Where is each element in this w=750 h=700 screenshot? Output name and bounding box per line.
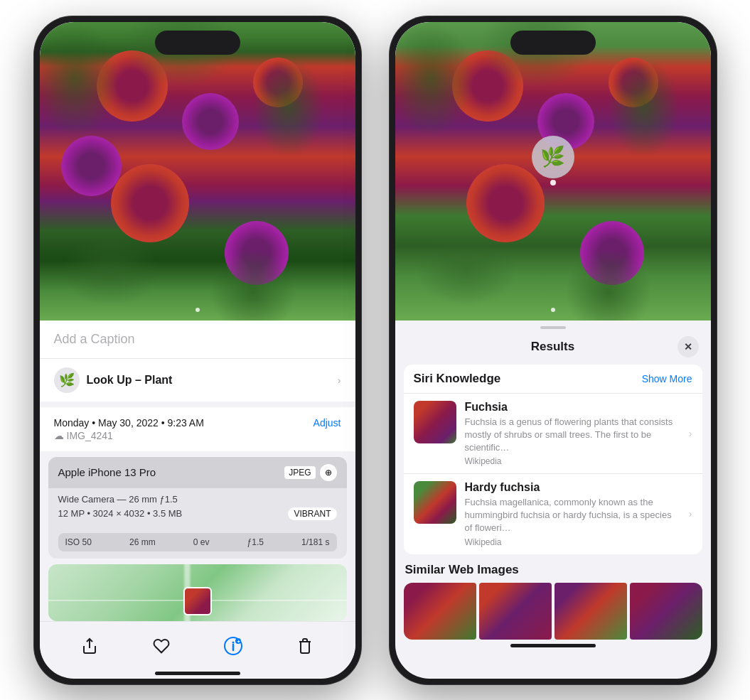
exif-row: ISO 50 26 mm 0 ev ƒ1.5 1/181 s	[58, 533, 337, 551]
exif-iso: ISO 50	[65, 537, 92, 547]
lookup-icon: 🌿	[54, 367, 80, 393]
home-indicator-left	[155, 672, 240, 675]
visual-search-dot	[550, 180, 556, 185]
map-photo-thumbnail	[183, 587, 212, 615]
svg-point-3	[232, 641, 235, 643]
lookup-bold: Look Up –	[87, 374, 141, 386]
location-badge-icon: ⊕	[320, 464, 337, 481]
fuchsia-name: Fuchsia	[465, 401, 680, 414]
show-more-button[interactable]: Show More	[642, 373, 692, 384]
leaf-overlay	[40, 22, 355, 321]
camera-name: Apple iPhone 13 Pro	[58, 466, 156, 478]
delete-button[interactable]	[289, 630, 321, 662]
lookup-chevron: ›	[338, 375, 341, 386]
dynamic-island-left	[155, 31, 240, 55]
similar-title: Similar Web Images	[404, 563, 702, 577]
siri-knowledge-header: Siri Knowledge Show More	[404, 365, 702, 393]
knowledge-item-fuchsia[interactable]: Fuchsia Fuchsia is a genus of flowering …	[404, 393, 702, 474]
exif-shutter: 1/181 s	[301, 537, 329, 547]
caption-placeholder[interactable]: Add a Caption	[54, 332, 135, 346]
info-date: Monday • May 30, 2022 • 9:23 AM	[54, 417, 204, 429]
camera-section: Apple iPhone 13 Pro JPEG ⊕ Wide Camera —…	[48, 457, 347, 559]
fuchsia-chevron: ›	[689, 428, 692, 439]
results-title: Results	[531, 340, 574, 354]
hardy-text: Hardy fuchsia Fuchsia magellanica, commo…	[465, 481, 680, 547]
info-filename: ☁ IMG_4241	[54, 430, 341, 441]
camera-header: Apple iPhone 13 Pro JPEG ⊕	[48, 457, 347, 488]
hardy-source: Wikipedia	[465, 537, 680, 547]
map-preview[interactable]	[48, 564, 347, 621]
visual-search-button[interactable]: 🌿	[532, 136, 574, 178]
exif-mm: 26 mm	[129, 537, 156, 547]
mp-text: 12 MP • 3024 × 4032 • 3.5 MB	[58, 508, 183, 519]
favorite-button[interactable]	[146, 630, 177, 662]
vibrant-badge: VIBRANT	[288, 507, 336, 520]
siri-knowledge-title: Siri Knowledge	[414, 372, 501, 386]
siri-knowledge-section: Siri Knowledge Show More Fuchsia Fuchsia…	[404, 365, 702, 554]
wide-camera-text: Wide Camera — 26 mm ƒ1.5	[58, 494, 178, 505]
hardy-thumbnail	[414, 481, 456, 524]
similar-images-row	[404, 583, 702, 640]
cloud-icon: ☁	[54, 430, 64, 441]
photo-page-dot-2	[551, 308, 555, 312]
lookup-rest: Plant	[141, 374, 173, 386]
results-header: Results ✕	[395, 329, 711, 365]
info-button[interactable]: ✦	[218, 630, 249, 662]
home-indicator-right	[510, 644, 596, 647]
camera-detail: Wide Camera — 26 mm ƒ1.5 12 MP • 3024 × …	[48, 488, 347, 529]
camera-badges: JPEG ⊕	[284, 464, 336, 481]
photo-left[interactable]	[40, 22, 355, 321]
mp-row: 12 MP • 3024 × 4032 • 3.5 MB VIBRANT	[58, 507, 337, 520]
lookup-row[interactable]: 🌿 Look Up – Plant ›	[40, 358, 355, 402]
hardy-description: Fuchsia magellanica, commonly known as t…	[465, 496, 680, 535]
phone-right: 🌿 Results ✕ Siri Knowledge	[390, 16, 717, 684]
screen-right: 🌿 Results ✕ Siri Knowledge	[395, 22, 711, 679]
fuchsia-description: Fuchsia is a genus of flowering plants t…	[465, 416, 680, 455]
photo-page-dot	[195, 308, 200, 312]
screen-left: Add a Caption 🌿 Look Up – Plant › Monday…	[40, 22, 355, 679]
exif-aperture: ƒ1.5	[247, 537, 264, 547]
dynamic-island-right	[510, 31, 596, 55]
format-badge: JPEG	[284, 466, 315, 479]
phone-left: Add a Caption 🌿 Look Up – Plant › Monday…	[34, 16, 361, 684]
similar-image-1[interactable]	[404, 583, 476, 640]
hardy-chevron: ›	[689, 508, 692, 519]
hardy-name: Hardy fuchsia	[465, 481, 680, 494]
knowledge-item-hardy[interactable]: Hardy fuchsia Fuchsia magellanica, commo…	[404, 473, 702, 554]
wide-camera-row: Wide Camera — 26 mm ƒ1.5	[58, 494, 337, 505]
results-close-button[interactable]: ✕	[677, 336, 699, 357]
caption-area: Add a Caption	[40, 321, 355, 358]
info-section: Monday • May 30, 2022 • 9:23 AM Adjust ☁…	[40, 407, 355, 451]
exif-ev: 0 ev	[193, 537, 210, 547]
similar-image-2[interactable]	[479, 583, 552, 640]
lookup-label: Look Up – Plant	[87, 374, 173, 387]
filename-text: IMG_4241	[67, 430, 113, 441]
results-panel: Results ✕ Siri Knowledge Show More	[395, 321, 711, 640]
info-adjust-button[interactable]: Adjust	[314, 417, 341, 429]
photo-right[interactable]: 🌿	[395, 22, 711, 321]
similar-section: Similar Web Images	[404, 563, 702, 640]
share-button[interactable]	[74, 630, 105, 662]
similar-image-4[interactable]	[630, 583, 702, 640]
similar-image-3[interactable]	[555, 583, 627, 640]
fuchsia-source: Wikipedia	[465, 456, 680, 466]
svg-text:✦: ✦	[237, 639, 240, 643]
fuchsia-thumbnail	[414, 401, 456, 443]
fuchsia-text: Fuchsia Fuchsia is a genus of flowering …	[465, 401, 680, 467]
bottom-toolbar: ✦	[40, 621, 355, 667]
